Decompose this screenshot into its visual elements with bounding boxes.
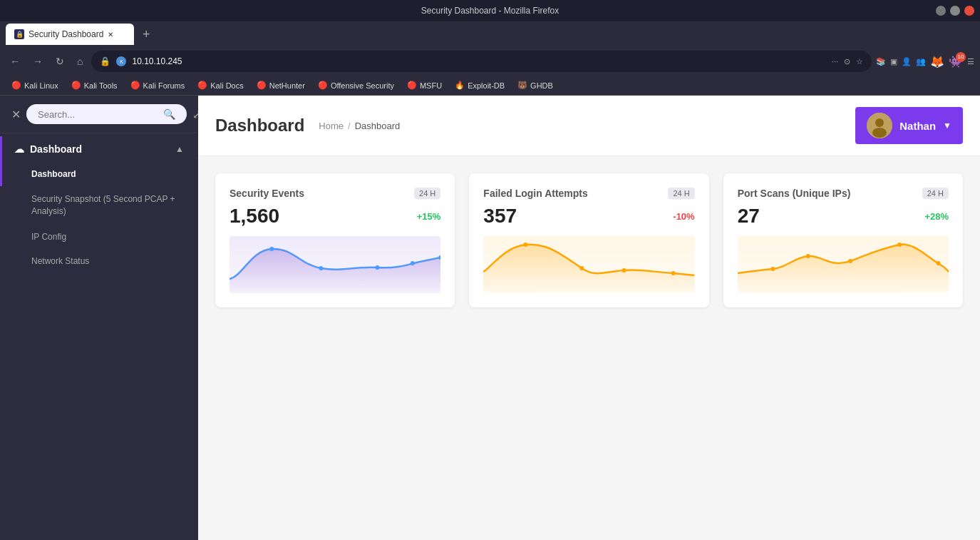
sidebar-item-dashboard[interactable]: Dashboard — [0, 162, 198, 186]
svg-point-2 — [872, 128, 887, 138]
bookmark-offensive-security[interactable]: 🔴 Offensive Security — [312, 79, 400, 91]
exploit-db-icon: 🔥 — [455, 81, 465, 90]
card-security-events-change: +15% — [417, 211, 441, 222]
card-security-events-badge: 24 H — [414, 188, 440, 199]
home-button[interactable]: ⌂ — [73, 53, 87, 70]
address-icons: ··· ⊙ ☆ — [832, 57, 863, 66]
security-icon: 🔒 — [100, 56, 110, 66]
search-input[interactable] — [38, 109, 158, 120]
bookmark-label: Exploit-DB — [468, 81, 505, 90]
breadcrumb-current: Dashboard — [355, 121, 401, 131]
dashboard-header-icon: ☁ — [14, 143, 24, 155]
sidebar-item-ip-config-label: IP Config — [31, 232, 66, 242]
bookmark-label: MSFU — [420, 81, 442, 90]
user-menu[interactable]: Nathan ▼ — [855, 107, 963, 144]
nav-bar: ← → ↻ ⌂ 🔒 K 10.10.10.245 ··· ⊙ ☆ 📚 ▣ 👤 👥… — [0, 47, 980, 76]
bookmark-label: Kali Linux — [24, 81, 58, 90]
chevron-up-icon: ▲ — [175, 144, 184, 154]
card-port-scans-change: +28% — [924, 211, 949, 222]
svg-point-12 — [770, 267, 775, 271]
bookmark-kali-tools[interactable]: 🔴 Kali Tools — [66, 79, 123, 91]
bookmark-ghdb[interactable]: 🐻 GHDB — [512, 79, 559, 91]
breadcrumb: Home / Dashboard — [319, 121, 400, 131]
bookmark-nethunter[interactable]: 🔴 NetHunter — [251, 79, 311, 91]
notification-badge: 10 — [956, 52, 966, 62]
notification-wrapper: 👾 10 — [949, 55, 963, 68]
page-header: Dashboard Home / Dashboard Nathan ▼ — [198, 96, 980, 156]
more-icon[interactable]: ··· — [832, 57, 838, 66]
tab-close-button[interactable]: ✕ — [108, 31, 113, 39]
card-failed-login-row: 357 -10% — [483, 205, 694, 228]
card-port-scans-badge: 24 H — [922, 188, 949, 199]
bookmark-star-icon[interactable]: ☆ — [856, 57, 863, 66]
sidebar-close-icon[interactable]: ✕ — [11, 108, 21, 121]
back-button[interactable]: ← — [6, 53, 24, 70]
sidebar-search-box[interactable]: 🔍 — [26, 104, 187, 124]
svg-point-8 — [524, 243, 528, 247]
card-security-events-row: 1,560 +15% — [229, 205, 440, 228]
sidebar-toggle-icon[interactable]: ▣ — [890, 57, 897, 66]
card-port-scans-chart — [738, 236, 949, 293]
bookmark-label: Kali Tools — [84, 81, 118, 90]
sidebar-expand-icon[interactable]: ⤢ — [192, 108, 198, 121]
card-failed-login-change: -10% — [673, 211, 694, 222]
bookmark-label: Kali Docs — [210, 81, 243, 90]
card-security-events-title: Security Events — [229, 188, 304, 199]
svg-point-3 — [269, 247, 274, 251]
svg-point-4 — [319, 266, 323, 270]
new-tab-button[interactable]: + — [137, 27, 156, 42]
addon-user-icon[interactable]: 👥 — [916, 57, 926, 66]
kali-dot: K — [116, 56, 126, 66]
menu-icon[interactable]: ☰ — [967, 57, 974, 66]
card-port-scans-value: 27 — [738, 205, 760, 228]
sidebar: ✕ 🔍 ⤢ ☁ Dashboard ▲ Dashboard Security S… — [0, 96, 198, 540]
user-name: Nathan — [899, 120, 936, 132]
firefox-icon-wrapper: 🦊 — [930, 55, 944, 68]
active-tab[interactable]: 🔒 Security Dashboard ✕ — [6, 24, 134, 45]
address-bar[interactable]: 🔒 K 10.10.10.245 ··· ⊙ ☆ — [91, 51, 872, 72]
close-button[interactable] — [964, 6, 974, 16]
sidebar-item-dashboard-label: Dashboard — [31, 169, 76, 179]
card-security-events: Security Events 24 H 1,560 +15% — [215, 173, 455, 307]
card-security-events-header: Security Events 24 H — [229, 188, 440, 199]
maximize-button[interactable] — [950, 6, 960, 16]
sidebar-section-label: Dashboard — [30, 143, 82, 155]
card-failed-login-chart — [483, 236, 694, 293]
svg-point-1 — [875, 118, 884, 127]
page-title: Dashboard — [215, 116, 304, 136]
svg-point-15 — [897, 243, 902, 247]
tab-bar: 🔒 Security Dashboard ✕ + — [0, 21, 980, 47]
card-failed-login-value: 357 — [483, 205, 517, 228]
msfu-icon: 🔴 — [407, 81, 417, 90]
firefox-icon[interactable]: 🦊 — [930, 56, 944, 68]
pocket-icon[interactable]: ⊙ — [844, 57, 850, 66]
main-area: ✕ 🔍 ⤢ ☁ Dashboard ▲ Dashboard Security S… — [0, 96, 980, 540]
bookmark-kali-linux[interactable]: 🔴 Kali Linux — [6, 79, 64, 91]
kali-tools-icon: 🔴 — [71, 81, 81, 90]
sidebar-item-ip-config[interactable]: IP Config — [0, 225, 198, 249]
bookmark-msfu[interactable]: 🔴 MSFU — [401, 79, 448, 91]
breadcrumb-home[interactable]: Home — [319, 121, 344, 131]
bookmark-kali-docs[interactable]: 🔴 Kali Docs — [192, 79, 249, 91]
window-title: Security Dashboard - Mozilla Firefox — [421, 6, 559, 16]
tab-label: Security Dashboard — [29, 29, 103, 39]
account-icon[interactable]: 👤 — [902, 57, 912, 66]
sidebar-item-security-snapshot[interactable]: Security Snapshot (5 Second PCAP + Analy… — [0, 186, 198, 225]
card-failed-login-badge: 24 H — [668, 188, 694, 199]
svg-point-13 — [805, 254, 810, 258]
card-port-scans-row: 27 +28% — [738, 205, 949, 228]
ghdb-icon: 🐻 — [517, 81, 527, 90]
minimize-button[interactable] — [936, 6, 946, 16]
content-area: Dashboard Home / Dashboard Nathan ▼ — [198, 96, 980, 540]
svg-point-6 — [411, 261, 415, 265]
sidebar-item-network-status[interactable]: Network Status — [0, 249, 198, 273]
window-controls — [936, 6, 974, 16]
bookmark-kali-forums[interactable]: 🔴 Kali Forums — [125, 79, 191, 91]
library-icon[interactable]: 📚 — [876, 57, 886, 66]
forward-button[interactable]: → — [29, 53, 47, 70]
sidebar-item-dashboard-header[interactable]: ☁ Dashboard ▲ — [0, 136, 198, 162]
reload-button[interactable]: ↻ — [51, 53, 68, 70]
svg-point-14 — [848, 259, 852, 263]
title-bar: Security Dashboard - Mozilla Firefox — [0, 0, 980, 21]
bookmark-exploit-db[interactable]: 🔥 Exploit-DB — [449, 79, 510, 91]
